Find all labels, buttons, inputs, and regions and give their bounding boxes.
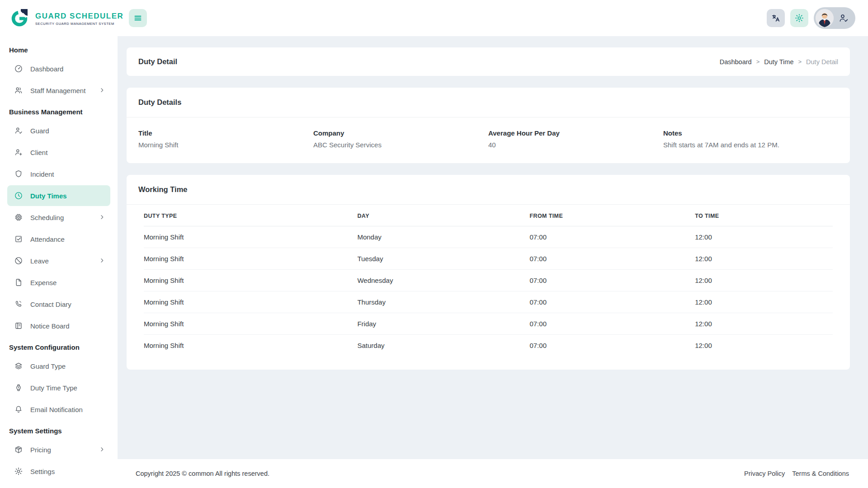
field-value: Shift starts at 7AM and ends at 12 PM. [663,141,838,149]
table-cell: 12:00 [695,291,833,313]
sidebar-item-expense[interactable]: Expense [7,272,110,293]
table-header-row: Duty TypeDayFrom TimeTo Time [144,205,833,226]
sidebar-item-email-notification[interactable]: Email Notification [7,399,110,420]
duty-details-fields: TitleMorning ShiftCompanyABC Security Se… [127,117,850,163]
footer-links: Privacy PolicyTerms & Conditions [744,470,849,477]
sidebar-item-guard[interactable]: Guard [7,120,110,141]
sidebar-item-notice-board[interactable]: Notice Board [7,315,110,336]
sidebar-item-label: Guard [30,127,106,135]
sidebar-item-label: Dashboard [30,65,106,73]
table-cell: 12:00 [695,270,833,291]
table-row[interactable]: Morning ShiftTuesday07:0012:00 [144,248,833,270]
breadcrumb-item-duty-detail: Duty Detail [806,58,838,66]
table-cell: 12:00 [695,248,833,270]
table-cell: 07:00 [529,291,695,313]
field-average-hour-per-day: Average Hour Per Day40 [488,129,663,149]
sidebar-item-attendance[interactable]: Attendance [7,229,110,249]
menu-toggle-button[interactable] [129,9,147,27]
working-time-table: Duty TypeDayFrom TimeTo Time Morning Shi… [144,205,833,356]
table-row[interactable]: Morning ShiftThursday07:0012:00 [144,291,833,313]
shield-icon [14,169,24,179]
gear-icon [794,13,804,23]
field-label: Notes [663,129,838,137]
settings-button[interactable] [790,9,808,27]
sidebar-item-settings[interactable]: Settings [7,461,110,482]
working-time-heading: Working Time [138,185,838,194]
table-cell: Morning Shift [144,248,357,270]
sidebar-item-label: Staff Management [30,87,99,94]
table-row[interactable]: Morning ShiftMonday07:0012:00 [144,226,833,248]
duty-details-heading: Duty Details [138,98,838,107]
layers-icon [14,361,24,371]
person-check-icon [838,13,849,23]
table-cell: Morning Shift [144,226,357,248]
working-time-card: Working Time Duty TypeDayFrom TimeTo Tim… [127,175,850,370]
sidebar: GUARD SCHEDULER SECURITY GUARD MANAGEMEN… [0,0,118,488]
table-cell: 07:00 [529,313,695,335]
field-title: TitleMorning Shift [138,129,313,149]
field-notes: NotesShift starts at 7AM and ends at 12 … [663,129,838,149]
column-header-from-time: From Time [529,205,695,226]
nav-section-heading-system-settings: System Settings [0,421,118,438]
table-cell: Morning Shift [144,313,357,335]
footer: Copyright 2025 © common All rights reser… [118,459,868,488]
column-header-to-time: To Time [695,205,833,226]
nav-section-heading-business-management: Business Management [0,102,118,119]
sidebar-item-contact-diary[interactable]: Contact Diary [7,294,110,314]
gear-icon [14,466,24,476]
sidebar-item-label: Incident [30,170,106,178]
footer-link-privacy-policy[interactable]: Privacy Policy [744,470,785,477]
users-icon [14,85,24,95]
sidebar-item-scheduling[interactable]: Scheduling [7,207,110,228]
table-row[interactable]: Morning ShiftWednesday07:0012:00 [144,270,833,291]
field-company: CompanyABC Security Services [313,129,488,149]
sidebar-item-duty-time-type[interactable]: Duty Time Type [7,377,110,398]
slash-circle-icon [14,256,24,266]
table-cell: Saturday [357,335,529,357]
table-cell: 07:00 [529,226,695,248]
field-label: Company [313,129,488,137]
sidebar-item-dashboard[interactable]: Dashboard [7,58,110,79]
breadcrumb-item-dashboard[interactable]: Dashboard [720,58,752,66]
phone-icon [14,299,24,309]
chevron-right-icon [99,257,106,264]
sidebar-item-guard-type[interactable]: Guard Type [7,356,110,376]
table-cell: 12:00 [695,335,833,357]
app-root: GUARD SCHEDULER SECURITY GUARD MANAGEMEN… [0,0,868,488]
column-header-duty-type: Duty Type [144,205,357,226]
sidebar-item-client[interactable]: Client [7,142,110,163]
chip-icon [14,212,24,222]
breadcrumb-separator: > [756,58,760,65]
field-value: ABC Security Services [313,141,488,149]
chevron-right-icon [99,214,106,221]
table-cell: 07:00 [529,270,695,291]
package-icon [14,445,24,455]
table-row[interactable]: Morning ShiftFriday07:0012:00 [144,313,833,335]
nav-section-heading-home: Home [0,40,118,57]
clock-icon [14,191,24,201]
topbar-actions [767,7,855,29]
page-header-card: Duty Detail Dashboard>Duty Time>Duty Det… [127,47,850,76]
table-cell: 12:00 [695,313,833,335]
footer-link-terms-conditions[interactable]: Terms & Conditions [792,470,849,477]
table-cell: Thursday [357,291,529,313]
brand-logo[interactable]: GUARD SCHEDULER SECURITY GUARD MANAGEMEN… [0,0,118,36]
table-cell: Tuesday [357,248,529,270]
sidebar-item-staff-management[interactable]: Staff Management [7,80,110,101]
breadcrumb-item-duty-time[interactable]: Duty Time [764,58,793,66]
table-row[interactable]: Morning ShiftSaturday07:0012:00 [144,335,833,357]
column-header-day: Day [357,205,529,226]
sidebar-item-label: Attendance [30,235,106,243]
main-column: Duty Detail Dashboard>Duty Time>Duty Det… [118,0,868,488]
profile-menu[interactable] [814,7,855,29]
sidebar-item-duty-times[interactable]: Duty Times [7,185,110,206]
person-plus-icon [14,147,24,157]
table-cell: 07:00 [529,335,695,357]
table-cell: 12:00 [695,226,833,248]
sidebar-item-label: Expense [30,279,106,286]
breadcrumb: Dashboard>Duty Time>Duty Detail [720,58,838,66]
sidebar-item-leave[interactable]: Leave [7,250,110,271]
sidebar-item-pricing[interactable]: Pricing [7,439,110,460]
language-button[interactable] [767,9,785,27]
sidebar-item-incident[interactable]: Incident [7,164,110,184]
